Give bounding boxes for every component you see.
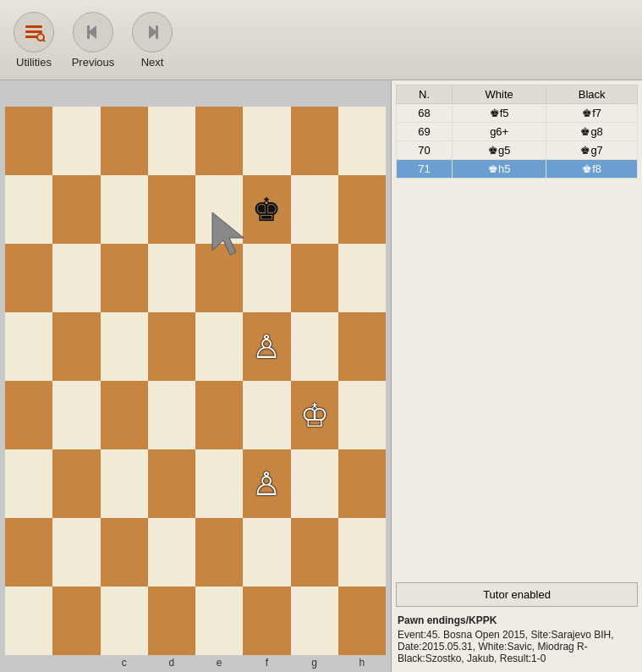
move-69-n: 69 (397, 123, 453, 141)
right-panel-inner: N. White Black 68 ♚f5 ♚f7 69 g6+ ♚g8 (396, 85, 638, 668)
file-label-c: c (101, 657, 148, 672)
square-h6[interactable] (338, 244, 386, 312)
square-a8[interactable] (5, 107, 52, 175)
square-c8[interactable] (101, 107, 148, 175)
square-c6[interactable] (101, 244, 148, 312)
square-a2[interactable] (5, 518, 52, 587)
move-71-black: ♚f8 (546, 160, 638, 179)
square-e2[interactable] (195, 518, 243, 587)
spacer (396, 183, 638, 582)
square-b1[interactable] (52, 587, 100, 655)
svg-rect-6 (87, 25, 90, 39)
move-70-white: ♚g5 (453, 141, 546, 160)
file-labels: c d e f g h (5, 657, 386, 672)
square-d3[interactable] (148, 449, 195, 518)
square-c1[interactable] (101, 587, 148, 655)
move-row-68[interactable]: 68 ♚f5 ♚f7 (397, 104, 638, 123)
col-header-white: White (453, 85, 546, 104)
chess-board: ♚ ♙ (5, 107, 386, 655)
square-h3[interactable] (338, 449, 386, 518)
next-icon (132, 12, 173, 52)
square-e1[interactable] (195, 587, 243, 655)
previous-button[interactable]: Previous (68, 12, 118, 69)
info-text: Event:45. Bosna Open 2015, Site:Sarajevo… (398, 629, 636, 664)
square-c7[interactable] (101, 175, 148, 244)
square-f7[interactable]: ♚ (243, 175, 290, 244)
square-d5[interactable] (148, 312, 195, 381)
square-a4[interactable] (5, 381, 52, 449)
move-69-black: ♚g8 (546, 123, 638, 141)
square-g6[interactable] (291, 244, 338, 312)
square-a1[interactable] (5, 587, 52, 655)
square-e4[interactable] (195, 381, 243, 449)
square-h4[interactable] (338, 381, 386, 449)
move-68-black: ♚f7 (546, 104, 638, 123)
white-pawn-2-piece: ♙ (252, 468, 281, 500)
square-d7[interactable] (148, 175, 195, 244)
square-h1[interactable] (338, 587, 386, 655)
square-g2[interactable] (291, 518, 338, 587)
square-c2[interactable] (101, 518, 148, 587)
square-f3[interactable]: ♙ (243, 449, 290, 518)
col-header-black: Black (546, 85, 638, 104)
utilities-label: Utilities (16, 56, 52, 69)
square-f6[interactable] (243, 244, 290, 312)
square-a3[interactable] (5, 449, 52, 518)
right-panel: N. White Black 68 ♚f5 ♚f7 69 g6+ ♚g8 (391, 80, 642, 672)
move-row-69[interactable]: 69 g6+ ♚g8 (397, 123, 638, 141)
square-b5[interactable] (52, 312, 100, 381)
square-g3[interactable] (291, 449, 338, 518)
black-king-piece: ♚ (252, 194, 281, 226)
file-label-h: h (338, 657, 386, 672)
square-h8[interactable] (338, 107, 386, 175)
square-c5[interactable] (101, 312, 148, 381)
main-content: ♚ ♙ (0, 80, 642, 672)
previous-icon (73, 12, 113, 52)
square-d4[interactable] (148, 381, 195, 449)
square-e7[interactable] (195, 175, 243, 244)
square-e3[interactable] (195, 449, 243, 518)
square-d6[interactable] (148, 244, 195, 312)
square-h2[interactable] (338, 518, 386, 587)
square-g1[interactable] (291, 587, 338, 655)
square-g4[interactable]: ♔ (291, 381, 338, 449)
svg-rect-0 (25, 25, 42, 28)
square-a6[interactable] (5, 244, 52, 312)
file-label-e: e (195, 657, 243, 672)
white-pawn-1-piece: ♙ (252, 331, 281, 363)
square-d1[interactable] (148, 587, 195, 655)
square-d8[interactable] (148, 107, 195, 175)
square-g5[interactable] (291, 312, 338, 381)
square-b8[interactable] (52, 107, 100, 175)
tutor-button[interactable]: Tutor enabled (396, 582, 638, 607)
square-g8[interactable] (291, 107, 338, 175)
square-e8[interactable] (195, 107, 243, 175)
square-b4[interactable] (52, 381, 100, 449)
square-c4[interactable] (101, 381, 148, 449)
next-button[interactable]: Next (127, 12, 178, 69)
square-b7[interactable] (52, 175, 100, 244)
square-b6[interactable] (52, 244, 100, 312)
square-d2[interactable] (148, 518, 195, 587)
square-e5[interactable] (195, 312, 243, 381)
square-h5[interactable] (338, 312, 386, 381)
square-b3[interactable] (52, 449, 100, 518)
square-f1[interactable] (243, 587, 290, 655)
move-71-n: 71 (397, 160, 453, 179)
previous-label: Previous (72, 56, 115, 69)
move-row-71[interactable]: 71 ♚h5 ♚f8 (397, 160, 638, 179)
square-a5[interactable] (5, 312, 52, 381)
square-f4[interactable] (243, 381, 290, 449)
square-c3[interactable] (101, 449, 148, 518)
square-f8[interactable] (243, 107, 290, 175)
move-69-white: g6+ (453, 123, 546, 141)
utilities-button[interactable]: Utilities (8, 12, 59, 69)
square-h7[interactable] (338, 175, 386, 244)
square-e6[interactable] (195, 244, 243, 312)
square-a7[interactable] (5, 175, 52, 244)
square-f5[interactable]: ♙ (243, 312, 290, 381)
square-g7[interactable] (291, 175, 338, 244)
square-f2[interactable] (243, 518, 290, 587)
square-b2[interactable] (52, 518, 100, 587)
move-row-70[interactable]: 70 ♚g5 ♚g7 (397, 141, 638, 160)
